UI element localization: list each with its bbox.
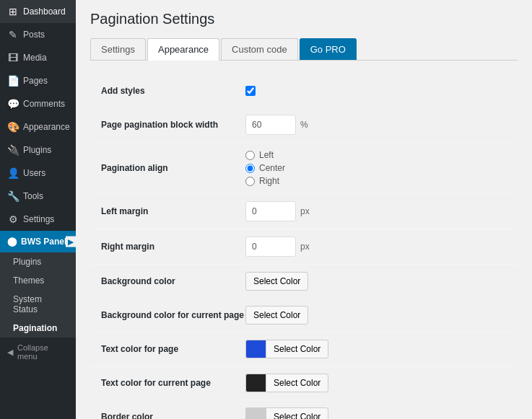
label-pagination-align: Pagination align [101, 162, 245, 175]
sidebar-item-bws-system-status[interactable]: System Status [0, 290, 76, 319]
page-pagination-block-width-input[interactable] [245, 115, 296, 135]
control-background-color: Select Color [245, 272, 507, 291]
sidebar-item-label: Plugins [23, 145, 51, 155]
row-pagination-align: Pagination align Left Center Right [90, 143, 518, 194]
radio-align-left[interactable]: Left [245, 150, 285, 160]
appearance-icon: 🎨 [7, 121, 19, 133]
sidebar-item-posts[interactable]: ✎ Posts [0, 23, 76, 46]
sub-item-label: Pagination [13, 323, 57, 333]
radio-align-right[interactable]: Right [245, 176, 285, 186]
sidebar-item-settings[interactable]: ⚙ Settings [0, 208, 76, 231]
dashboard-icon: ⊞ [7, 6, 19, 17]
sub-item-label: System Status [13, 294, 42, 314]
sidebar-item-bws-plugins[interactable]: Plugins [0, 252, 76, 271]
control-border-color: Select Color [245, 407, 507, 419]
pagination-align-radio-group: Left Center Right [245, 150, 285, 186]
label-border-color: Border color [101, 411, 245, 419]
tab-settings[interactable]: Settings [90, 38, 146, 60]
radio-center-label: Center [259, 163, 285, 173]
text-color-current-swatch [245, 374, 266, 392]
collapse-icon: ◀ [7, 348, 13, 357]
row-border-color: Border color Select Color [90, 400, 518, 419]
sidebar-item-comments[interactable]: 💬 Comments [0, 92, 76, 115]
page-title: Pagination Settings [90, 11, 518, 27]
row-text-color-page: Text color for page Select Color [90, 332, 518, 366]
pages-icon: 📄 [7, 75, 19, 87]
text-color-current-picker: Select Color [245, 374, 328, 392]
row-background-color-current: Background color for current page Select… [90, 299, 518, 332]
media-icon: 🎞 [7, 52, 19, 63]
sidebar-item-dashboard[interactable]: ⊞ Dashboard [0, 0, 76, 23]
label-text-color-current: Text color for current page [101, 377, 245, 389]
sidebar-item-label: Media [23, 53, 47, 63]
row-right-margin: Right margin px [90, 229, 518, 265]
label-background-color: Background color [101, 275, 245, 288]
bws-panel-label: BWS Panel [21, 237, 66, 247]
tab-appearance[interactable]: Appearance [147, 38, 219, 61]
sidebar-item-bws-pagination[interactable]: Pagination [0, 319, 76, 338]
background-color-btn[interactable]: Select Color [245, 272, 308, 291]
row-add-styles: Add styles [90, 75, 518, 107]
sidebar-item-label: Appearance [23, 122, 70, 132]
border-color-picker: Select Color [245, 407, 328, 419]
sidebar-item-label: Dashboard [23, 6, 66, 17]
sidebar-item-label: Posts [23, 30, 45, 40]
radio-left-input[interactable] [245, 151, 255, 160]
text-color-current-btn[interactable]: Select Color [266, 374, 328, 392]
control-add-styles [245, 86, 507, 96]
text-color-page-swatch [245, 340, 266, 358]
radio-right-input[interactable] [245, 177, 255, 186]
plugins-icon: 🔌 [7, 144, 19, 156]
radio-right-label: Right [259, 176, 279, 186]
bws-panel-icon: ⬤ [7, 237, 17, 247]
radio-align-center[interactable]: Center [245, 163, 285, 173]
users-icon: 👤 [7, 167, 19, 179]
label-page-pagination-block-width: Page pagination block width [101, 119, 245, 131]
control-text-color-page: Select Color [245, 340, 507, 358]
border-color-btn[interactable]: Select Color [266, 407, 328, 419]
main-content: Pagination Settings Settings Appearance … [76, 0, 532, 419]
right-margin-input[interactable] [245, 237, 296, 257]
sidebar-item-bws-themes[interactable]: Themes [0, 271, 76, 290]
label-background-color-current: Background color for current page [101, 309, 245, 322]
label-add-styles: Add styles [101, 85, 245, 97]
sidebar-item-media[interactable]: 🎞 Media [0, 46, 76, 69]
text-color-page-btn[interactable]: Select Color [266, 340, 328, 358]
control-left-margin: px [245, 201, 507, 221]
label-right-margin: Right margin [101, 241, 245, 253]
radio-center-input[interactable] [245, 164, 255, 173]
sidebar-item-label: Comments [23, 99, 65, 109]
sub-item-label: Plugins [13, 257, 41, 267]
comments-icon: 💬 [7, 98, 19, 110]
collapse-menu-button[interactable]: ◀ Collapse menu [0, 338, 76, 366]
sidebar-item-bws-panel[interactable]: ⬤ BWS Panel [0, 231, 76, 252]
background-color-current-btn[interactable]: Select Color [245, 306, 308, 325]
tools-icon: 🔧 [7, 190, 19, 202]
sidebar-item-label: Users [23, 168, 45, 178]
tab-custom-code[interactable]: Custom code [221, 38, 298, 60]
sidebar-item-users[interactable]: 👤 Users [0, 162, 76, 185]
left-margin-input[interactable] [245, 201, 296, 221]
sidebar: ⊞ Dashboard ✎ Posts 🎞 Media 📄 Pages 💬 Co… [0, 0, 76, 419]
sidebar-item-appearance[interactable]: 🎨 Appearance [0, 115, 76, 138]
background-color-current-picker: Select Color [245, 306, 308, 325]
text-color-page-picker: Select Color [245, 340, 328, 358]
sidebar-item-label: Pages [23, 76, 48, 86]
sub-item-label: Themes [13, 275, 44, 286]
add-styles-checkbox[interactable] [245, 86, 256, 96]
collapse-menu-label: Collapse menu [17, 343, 69, 361]
tabs-bar: Settings Appearance Custom code Go PRO [90, 38, 518, 61]
tab-go-pro[interactable]: Go PRO [300, 38, 357, 60]
row-background-color: Background color Select Color [90, 265, 518, 299]
border-color-swatch [245, 407, 266, 419]
control-page-pagination-block-width: % [245, 115, 507, 135]
control-pagination-align: Left Center Right [245, 150, 507, 186]
row-text-color-current: Text color for current page Select Color [90, 366, 518, 400]
sidebar-item-tools[interactable]: 🔧 Tools [0, 185, 76, 208]
settings-panel: Add styles Page pagination block width %… [90, 75, 518, 419]
sidebar-item-pages[interactable]: 📄 Pages [0, 69, 76, 92]
unit-px-right-margin: px [300, 242, 310, 252]
unit-percent: % [300, 120, 308, 130]
sidebar-item-plugins[interactable]: 🔌 Plugins [0, 138, 76, 162]
unit-px-left-margin: px [300, 206, 310, 216]
